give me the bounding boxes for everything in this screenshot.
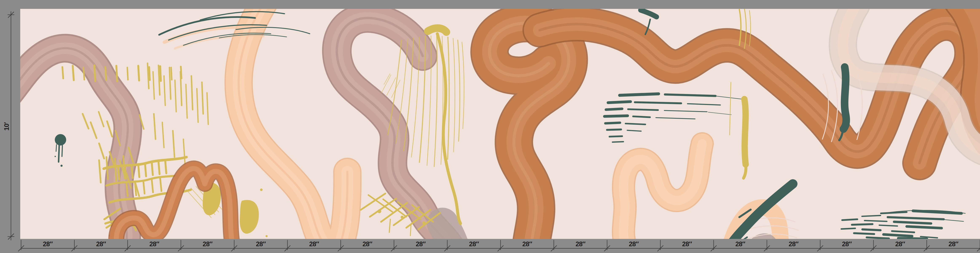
brush-mark bbox=[605, 123, 620, 123]
brush-mark bbox=[841, 228, 855, 229]
brush-mark bbox=[73, 66, 74, 80]
brush-mark bbox=[160, 66, 161, 81]
wall-height-label: 10′ bbox=[3, 122, 10, 130]
brush-mark bbox=[127, 67, 128, 80]
brush-mark bbox=[56, 145, 56, 151]
brush-mark bbox=[852, 224, 872, 225]
brush-mark bbox=[54, 156, 56, 157]
brush-mark bbox=[116, 66, 117, 81]
panel-width-label: 28″ bbox=[203, 240, 213, 248]
brush-mark bbox=[628, 109, 658, 110]
mural-preview: 10′ 28″28″28″28″28″28″28″28″28″28″28″28″… bbox=[0, 0, 980, 253]
brush-mark bbox=[94, 65, 95, 81]
left-ruler: 10′ bbox=[3, 11, 14, 240]
brush-mark bbox=[898, 238, 927, 239]
panel-width-label: 28″ bbox=[43, 240, 52, 248]
brush-mark bbox=[745, 99, 746, 164]
brush-mark bbox=[83, 67, 84, 80]
brush-mark bbox=[625, 124, 645, 124]
panel-width-label: 28″ bbox=[309, 240, 319, 248]
brush-mark bbox=[854, 233, 874, 234]
brush-mark bbox=[165, 161, 166, 173]
brush-mark bbox=[606, 109, 622, 110]
panel-width-label: 28″ bbox=[895, 240, 905, 248]
brush-mark bbox=[401, 216, 404, 219]
brush-mark bbox=[633, 116, 650, 117]
brush-mark bbox=[620, 94, 659, 95]
brush-mark bbox=[159, 161, 159, 174]
brush-mark bbox=[138, 66, 139, 81]
panel-width-label: 28″ bbox=[682, 240, 692, 248]
brush-mark bbox=[842, 219, 858, 220]
brush-mark bbox=[138, 164, 139, 177]
brush-mark bbox=[862, 229, 881, 230]
brush-mark bbox=[62, 67, 63, 78]
brush-mark bbox=[864, 221, 887, 221]
brush-mark bbox=[125, 166, 126, 179]
brush-mark bbox=[879, 225, 897, 226]
panel-width-label: 28″ bbox=[416, 240, 426, 248]
brush-mark bbox=[605, 116, 628, 116]
brush-mark bbox=[152, 162, 153, 175]
brush-mark bbox=[266, 235, 268, 237]
panel-width-label: 28″ bbox=[150, 240, 159, 248]
brush-mark bbox=[105, 67, 106, 80]
panel-width-label: 28″ bbox=[735, 240, 745, 248]
brush-mark bbox=[612, 142, 624, 142]
panel-width-label: 28″ bbox=[948, 240, 958, 248]
brush-mark bbox=[377, 209, 381, 213]
brush-mark bbox=[171, 67, 172, 80]
brush-mark bbox=[635, 102, 681, 103]
panel-width-label: 28″ bbox=[256, 240, 266, 248]
panel-width-label: 28″ bbox=[469, 240, 479, 248]
brush-mark bbox=[607, 129, 621, 130]
brush-mark bbox=[60, 165, 63, 167]
brush-mark bbox=[149, 67, 150, 80]
bottom-ruler: 28″28″28″28″28″28″28″28″28″28″28″28″28″2… bbox=[18, 240, 980, 251]
brush-mark bbox=[609, 136, 622, 137]
brush-mark bbox=[55, 134, 66, 145]
panel-width-label: 28″ bbox=[96, 240, 106, 248]
mural-preview-window: 10′ 28″28″28″28″28″28″28″28″28″28″28″28″… bbox=[0, 0, 980, 253]
panel-width-label: 28″ bbox=[629, 240, 639, 248]
brush-mark bbox=[756, 243, 759, 246]
brush-mark bbox=[883, 234, 912, 236]
panel-width-label: 28″ bbox=[789, 240, 799, 248]
brush-mark bbox=[665, 94, 716, 96]
brush-mark bbox=[59, 145, 59, 162]
brush-mark bbox=[743, 238, 776, 253]
brush-mark bbox=[907, 226, 942, 228]
brush-mark bbox=[608, 102, 631, 103]
brush-mark bbox=[428, 28, 446, 32]
brush-mark bbox=[62, 145, 62, 156]
brush-mark bbox=[867, 237, 889, 239]
brush-mark bbox=[145, 163, 146, 176]
brush-mark bbox=[260, 188, 262, 191]
brush-mark bbox=[118, 167, 119, 180]
brush-mark bbox=[132, 165, 133, 178]
panel-width-label: 28″ bbox=[363, 240, 372, 248]
brush-mark bbox=[862, 215, 881, 216]
panel-width-label: 28″ bbox=[842, 240, 852, 248]
brush-mark bbox=[422, 221, 426, 225]
panel-width-label: 28″ bbox=[576, 240, 585, 248]
brush-mark bbox=[843, 67, 846, 129]
panel-width-label: 28″ bbox=[522, 240, 532, 248]
